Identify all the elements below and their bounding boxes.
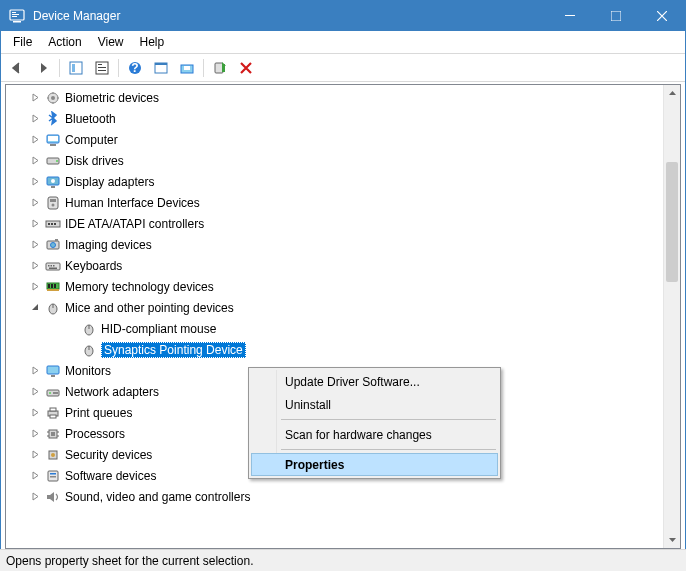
expand-icon[interactable]	[30, 281, 41, 292]
toolbar-separator	[203, 59, 204, 77]
context-menu-separator	[281, 449, 496, 450]
context-menu-item[interactable]: Update Driver Software...	[251, 370, 498, 393]
svg-rect-37	[54, 223, 56, 225]
expand-icon[interactable]	[30, 92, 41, 103]
expand-icon[interactable]	[30, 491, 41, 502]
svg-point-33	[52, 203, 55, 206]
memory-icon	[45, 279, 61, 295]
context-menu-item[interactable]: Scan for hardware changes	[251, 423, 498, 446]
tree-item[interactable]: Memory technology devices	[6, 276, 663, 297]
svg-rect-36	[51, 223, 53, 225]
tree-item[interactable]: Display adapters	[6, 171, 663, 192]
scroll-track[interactable]	[664, 102, 680, 531]
status-text: Opens property sheet for the current sel…	[6, 554, 253, 568]
context-menu-label: Update Driver Software...	[285, 375, 420, 389]
help-button[interactable]: ?	[123, 57, 147, 79]
tree-item-label: Imaging devices	[65, 238, 152, 252]
expand-icon[interactable]	[30, 407, 41, 418]
svg-rect-48	[51, 284, 53, 288]
tree-item-label: Network adapters	[65, 385, 159, 399]
svg-rect-30	[51, 186, 55, 188]
expand-icon[interactable]	[30, 239, 41, 250]
menu-help[interactable]: Help	[132, 33, 173, 51]
scroll-thumb[interactable]	[666, 162, 678, 282]
tree-item-label: Print queues	[65, 406, 132, 420]
expand-icon[interactable]	[30, 470, 41, 481]
printer-icon	[45, 405, 61, 421]
context-menu-item[interactable]: Properties	[251, 453, 498, 476]
svg-rect-2	[12, 12, 16, 13]
tree-item-label: IDE ATA/ATAPI controllers	[65, 217, 204, 231]
bluetooth-icon	[45, 111, 61, 127]
svg-rect-45	[49, 267, 57, 269]
menu-view[interactable]: View	[90, 33, 132, 51]
tree-item[interactable]: Synaptics Pointing Device	[6, 339, 663, 360]
tree-item[interactable]: Mice and other pointing devices	[6, 297, 663, 318]
tree-item[interactable]: Imaging devices	[6, 234, 663, 255]
tree-item[interactable]: Biometric devices	[6, 87, 663, 108]
expand-icon[interactable]	[30, 218, 41, 229]
back-button[interactable]	[5, 57, 29, 79]
svg-rect-6	[611, 11, 621, 21]
expand-icon[interactable]	[30, 113, 41, 124]
expand-icon[interactable]	[30, 155, 41, 166]
minimize-button[interactable]	[547, 1, 593, 31]
tree-item-label: Memory technology devices	[65, 280, 214, 294]
svg-rect-12	[98, 70, 106, 71]
expand-icon[interactable]	[30, 449, 41, 460]
mouse-icon	[45, 300, 61, 316]
svg-rect-25	[50, 144, 56, 146]
svg-rect-24	[48, 136, 58, 141]
close-button[interactable]	[639, 1, 685, 31]
expand-icon[interactable]	[30, 176, 41, 187]
properties-button[interactable]	[90, 57, 114, 79]
sound-icon	[45, 489, 61, 505]
show-hide-console-button[interactable]	[64, 57, 88, 79]
expand-icon[interactable]	[30, 428, 41, 439]
tree-item[interactable]: Computer	[6, 129, 663, 150]
context-menu-item[interactable]: Uninstall	[251, 393, 498, 416]
svg-rect-64	[50, 415, 56, 418]
menu-action[interactable]: Action	[40, 33, 89, 51]
mouse-icon	[81, 321, 97, 337]
device-tree-pane: Biometric devicesBluetoothComputerDisk d…	[5, 84, 681, 549]
tree-item[interactable]: HID-compliant mouse	[6, 318, 663, 339]
vertical-scrollbar[interactable]	[663, 85, 680, 548]
expand-icon[interactable]	[30, 260, 41, 271]
scroll-down-icon[interactable]	[664, 531, 680, 548]
maximize-button[interactable]	[593, 1, 639, 31]
expand-icon[interactable]	[30, 134, 41, 145]
svg-rect-35	[48, 223, 50, 225]
tree-item[interactable]: Human Interface Devices	[6, 192, 663, 213]
svg-rect-32	[50, 199, 56, 202]
statusbar: Opens property sheet for the current sel…	[0, 549, 686, 571]
tree-item-label: HID-compliant mouse	[101, 322, 216, 336]
context-menu-label: Scan for hardware changes	[285, 428, 432, 442]
tree-item[interactable]: Keyboards	[6, 255, 663, 276]
enable-button[interactable]	[208, 57, 232, 79]
expand-icon[interactable]	[30, 386, 41, 397]
imaging-icon	[45, 237, 61, 253]
svg-rect-63	[50, 408, 56, 411]
collapse-icon[interactable]	[30, 302, 41, 313]
tree-item[interactable]: Bluetooth	[6, 108, 663, 129]
window-title: Device Manager	[33, 9, 547, 23]
tree-item[interactable]: Sound, video and game controllers	[6, 486, 663, 507]
menu-file[interactable]: File	[5, 33, 40, 51]
network-icon	[45, 384, 61, 400]
update-driver-button[interactable]	[175, 57, 199, 79]
action-button[interactable]	[149, 57, 173, 79]
forward-button[interactable]	[31, 57, 55, 79]
tree-item[interactable]: Disk drives	[6, 150, 663, 171]
uninstall-button[interactable]	[234, 57, 258, 79]
svg-point-39	[51, 242, 56, 247]
mouse-icon	[81, 342, 97, 358]
svg-rect-40	[55, 239, 58, 241]
expand-icon[interactable]	[30, 197, 41, 208]
scroll-up-icon[interactable]	[664, 85, 680, 102]
expand-icon[interactable]	[30, 365, 41, 376]
tree-item[interactable]: IDE ATA/ATAPI controllers	[6, 213, 663, 234]
tree-item-label: Computer	[65, 133, 118, 147]
context-menu-label: Properties	[285, 458, 344, 472]
svg-point-29	[51, 179, 55, 183]
